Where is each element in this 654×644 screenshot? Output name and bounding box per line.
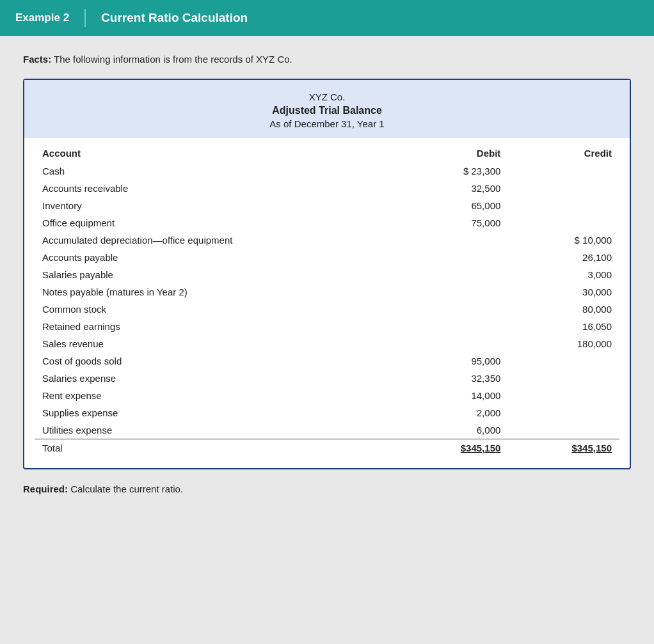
table-row: Sales revenue180,000: [35, 335, 619, 352]
trial-balance-table: Account Debit Credit Cash$ 23,300Account…: [35, 145, 619, 457]
credit-cell: $ 10,000: [508, 232, 619, 249]
credit-cell: 80,000: [508, 301, 619, 318]
debit-cell: [397, 232, 509, 249]
table-row: Cost of goods sold95,000: [35, 352, 619, 370]
account-cell: Sales revenue: [35, 335, 397, 352]
account-cell: Salaries expense: [35, 370, 397, 387]
facts-label: Facts:: [23, 54, 51, 65]
account-cell: Rent expense: [35, 387, 397, 404]
total-credit: $345,150: [508, 439, 619, 457]
credit-cell: [508, 421, 619, 439]
table-row: Salaries payable3,000: [35, 266, 619, 283]
total-label: Total: [35, 439, 397, 457]
col-header-debit: Debit: [397, 145, 509, 162]
trial-balance-container: XYZ Co. Adjusted Trial Balance As of Dec…: [23, 79, 631, 469]
credit-cell: 180,000: [508, 335, 619, 352]
account-cell: Accounts payable: [35, 249, 397, 266]
table-row: Accounts payable26,100: [35, 249, 619, 266]
table-row: Cash$ 23,300: [35, 162, 619, 180]
account-cell: Cash: [35, 162, 397, 180]
account-cell: Common stock: [35, 301, 397, 318]
debit-cell: 2,000: [397, 404, 509, 421]
account-cell: Accumulated depreciation—office equipmen…: [35, 232, 397, 249]
table-row: Notes payable (matures in Year 2)30,000: [35, 283, 619, 301]
account-cell: Cost of goods sold: [35, 352, 397, 370]
account-cell: Salaries payable: [35, 266, 397, 283]
account-cell: Notes payable (matures in Year 2): [35, 283, 397, 301]
facts-text: The following information is from the re…: [54, 54, 292, 65]
debit-cell: 95,000: [397, 352, 509, 370]
debit-cell: [397, 249, 509, 266]
credit-cell: [508, 214, 619, 232]
credit-cell: [508, 197, 619, 214]
debit-cell: [397, 301, 509, 318]
table-row: Accounts receivable32,500: [35, 180, 619, 197]
table-row: Supplies expense2,000: [35, 404, 619, 421]
report-title: Adjusted Trial Balance: [32, 105, 622, 116]
table-row: Utilities expense6,000: [35, 421, 619, 439]
table-row: Inventory65,000: [35, 197, 619, 214]
debit-cell: 32,350: [397, 370, 509, 387]
debit-cell: 6,000: [397, 421, 509, 439]
account-cell: Retained earnings: [35, 318, 397, 335]
total-debit: $345,150: [397, 439, 509, 457]
required-line: Required: Calculate the current ratio.: [23, 483, 631, 494]
account-cell: Inventory: [35, 197, 397, 214]
credit-cell: [508, 387, 619, 404]
debit-cell: [397, 283, 509, 301]
credit-cell: 3,000: [508, 266, 619, 283]
debit-cell: 65,000: [397, 197, 509, 214]
credit-cell: 26,100: [508, 249, 619, 266]
debit-cell: [397, 318, 509, 335]
credit-cell: [508, 162, 619, 180]
debit-cell: 14,000: [397, 387, 509, 404]
debit-cell: [397, 266, 509, 283]
required-text: Calculate the current ratio.: [70, 483, 183, 494]
table-row: Common stock80,000: [35, 301, 619, 318]
company-name: XYZ Co.: [32, 91, 622, 102]
table-row: Retained earnings16,050: [35, 318, 619, 335]
total-row: Total$345,150$345,150: [35, 439, 619, 457]
debit-cell: [397, 335, 509, 352]
required-label: Required:: [23, 483, 68, 494]
table-row: Salaries expense32,350: [35, 370, 619, 387]
table-row: Rent expense14,000: [35, 387, 619, 404]
table-row: Office equipment75,000: [35, 214, 619, 232]
account-cell: Utilities expense: [35, 421, 397, 439]
col-header-account: Account: [35, 145, 397, 162]
account-cell: Office equipment: [35, 214, 397, 232]
credit-cell: [508, 352, 619, 370]
report-date: As of December 31, Year 1: [32, 118, 622, 129]
account-cell: Supplies expense: [35, 404, 397, 421]
table-header: XYZ Co. Adjusted Trial Balance As of Dec…: [24, 80, 630, 138]
header-title: Current Ratio Calculation: [101, 11, 248, 25]
debit-cell: $ 23,300: [397, 162, 509, 180]
facts-line: Facts: The following information is from…: [23, 54, 631, 65]
debit-cell: 32,500: [397, 180, 509, 197]
credit-cell: [508, 370, 619, 387]
credit-cell: 30,000: [508, 283, 619, 301]
credit-cell: [508, 180, 619, 197]
credit-cell: [508, 404, 619, 421]
col-header-credit: Credit: [508, 145, 619, 162]
header: Example 2 Current Ratio Calculation: [0, 0, 654, 36]
debit-cell: 75,000: [397, 214, 509, 232]
table-row: Accumulated depreciation—office equipmen…: [35, 232, 619, 249]
example-label: Example 2: [15, 12, 84, 24]
credit-cell: 16,050: [508, 318, 619, 335]
account-cell: Accounts receivable: [35, 180, 397, 197]
